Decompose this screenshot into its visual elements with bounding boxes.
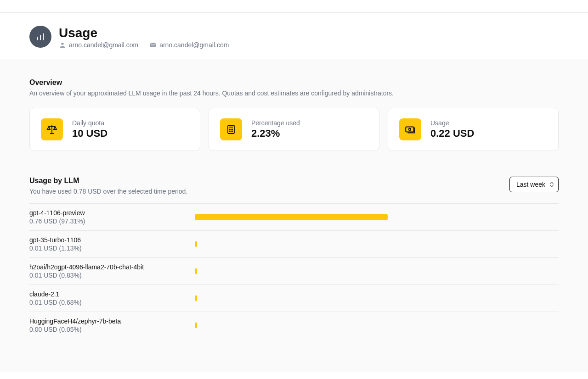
card-value: 2.23% [251, 128, 300, 139]
svg-rect-4 [150, 43, 156, 47]
overview-description: An overview of your approximated LLM usa… [29, 89, 559, 97]
llm-bar-fill [195, 214, 388, 220]
header-username-text: arno.candel@gmail.com [69, 41, 138, 49]
llm-subtext: 0.01 USD (0.68%) [29, 299, 195, 306]
svg-point-10 [229, 129, 230, 129]
usage-by-llm-section: Usage by LLM You have used 0.78 USD over… [29, 177, 559, 339]
card-percentage-used: Percentage used 2.23% [209, 108, 379, 151]
svg-point-12 [232, 129, 232, 129]
card-value: 0.22 USD [430, 128, 474, 139]
llm-row: gpt-4-1106-preview0.76 USD (97.31%) [29, 203, 559, 231]
header-username: arno.candel@gmail.com [59, 41, 138, 49]
llm-bar-fill [195, 295, 197, 301]
llm-label: gpt-4-1106-preview0.76 USD (97.31%) [29, 209, 195, 225]
llm-label: claude-2.10.01 USD (0.68%) [29, 290, 195, 306]
card-label: Daily quota [72, 119, 107, 127]
period-selector[interactable]: Last week [509, 177, 559, 192]
mail-icon [149, 41, 157, 49]
llm-subtext: 0.00 USD (0.05%) [29, 326, 195, 333]
svg-point-13 [229, 131, 230, 131]
header-email: arno.candel@gmail.com [149, 41, 229, 49]
llm-name: h2oai/h2ogpt-4096-llama2-70b-chat-4bit [29, 263, 195, 271]
svg-point-3 [61, 43, 63, 45]
usage-by-llm-description: You have used 0.78 USD over the selected… [29, 188, 187, 195]
money-icon [399, 118, 421, 140]
card-label: Usage [430, 119, 474, 127]
llm-subtext: 0.01 USD (1.13%) [29, 245, 195, 252]
calculator-icon [220, 118, 242, 140]
llm-name: HuggingFaceH4/zephyr-7b-beta [29, 318, 195, 325]
svg-point-11 [231, 129, 231, 129]
llm-row: HuggingFaceH4/zephyr-7b-beta0.00 USD (0.… [29, 312, 559, 339]
llm-name: claude-2.1 [29, 290, 195, 298]
svg-point-14 [231, 131, 231, 131]
usage-by-llm-title: Usage by LLM [29, 177, 187, 185]
llm-name: gpt-35-turbo-1106 [29, 236, 195, 244]
header-email-text: arno.candel@gmail.com [159, 41, 229, 49]
llm-bar-fill [195, 241, 197, 247]
page-header: Usage arno.candel@gmail.com arno.candel@… [0, 13, 588, 60]
scale-icon [41, 118, 63, 140]
llm-bar-fill [195, 268, 197, 274]
svg-point-15 [232, 131, 232, 131]
page-title: Usage [59, 26, 229, 40]
llm-label: gpt-35-turbo-11060.01 USD (1.13%) [29, 236, 195, 252]
llm-subtext: 0.01 USD (0.83%) [29, 272, 195, 279]
chevron-up-down-icon [550, 182, 554, 187]
llm-bar-track [195, 323, 559, 328]
llm-name: gpt-4-1106-preview [29, 209, 195, 217]
card-value: 10 USD [72, 128, 107, 139]
llm-bar-track [195, 214, 559, 220]
period-selector-value: Last week [516, 181, 545, 188]
llm-bar-track [195, 268, 559, 274]
card-label: Percentage used [251, 119, 300, 127]
usage-chart-icon [29, 26, 51, 48]
llm-row: h2oai/h2ogpt-4096-llama2-70b-chat-4bit0.… [29, 258, 559, 285]
llm-bar-track [195, 295, 559, 301]
llm-row: claude-2.10.01 USD (0.68%) [29, 285, 559, 312]
svg-rect-16 [406, 127, 413, 132]
overview-title: Overview [29, 78, 559, 87]
llm-subtext: 0.76 USD (97.31%) [29, 217, 195, 225]
person-icon [59, 41, 66, 49]
svg-point-17 [409, 128, 411, 130]
top-bar [0, 0, 588, 13]
overview-section: Overview An overview of your approximate… [29, 78, 559, 151]
llm-usage-list: gpt-4-1106-preview0.76 USD (97.31%)gpt-3… [29, 203, 559, 339]
llm-label: h2oai/h2ogpt-4096-llama2-70b-chat-4bit0.… [29, 263, 195, 279]
llm-label: HuggingFaceH4/zephyr-7b-beta0.00 USD (0.… [29, 318, 195, 333]
llm-bar-track [195, 241, 559, 247]
llm-row: gpt-35-turbo-11060.01 USD (1.13%) [29, 231, 559, 258]
overview-cards: Daily quota 10 USD Percentage used 2.23% [29, 108, 559, 151]
card-daily-quota: Daily quota 10 USD [29, 108, 200, 151]
card-usage: Usage 0.22 USD [388, 108, 559, 151]
llm-bar-fill [195, 323, 197, 328]
content-area: Overview An overview of your approximate… [0, 60, 588, 372]
